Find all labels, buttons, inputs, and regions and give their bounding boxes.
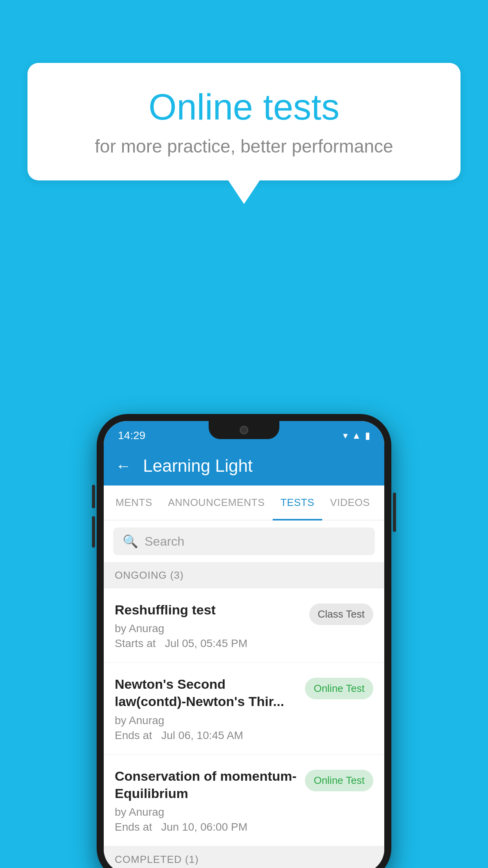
- search-input[interactable]: Search: [145, 534, 184, 549]
- test-item[interactable]: Newton's Second law(contd)-Newton's Thir…: [104, 663, 384, 754]
- test-time: Starts at Jul 05, 05:45 PM: [115, 637, 303, 650]
- back-button[interactable]: ←: [116, 457, 131, 475]
- test-time: Ends at Jul 06, 10:45 AM: [115, 729, 299, 742]
- test-time: Ends at Jun 10, 06:00 PM: [115, 821, 299, 833]
- app-header: ← Learning Light: [104, 446, 384, 485]
- test-info: Reshuffling test by Anurag Starts at Jul…: [115, 601, 303, 650]
- time-label: Ends at: [115, 729, 152, 741]
- phone-device: 14:29 ▾ ▲ ▮ ← Learning Light MENTS ANNOU…: [97, 414, 391, 868]
- front-camera: [240, 426, 248, 434]
- volume-up-button[interactable]: [92, 485, 95, 508]
- wifi-icon: ▾: [343, 430, 348, 441]
- bubble-arrow: [228, 180, 260, 204]
- time-value: Jul 05, 05:45 PM: [165, 637, 248, 649]
- test-badge-online: Online Test: [305, 678, 373, 699]
- test-badge-online-2: Online Test: [305, 770, 373, 791]
- status-time: 14:29: [118, 429, 145, 442]
- time-value: Jun 10, 06:00 PM: [161, 821, 247, 833]
- search-bar[interactable]: 🔍 Search: [113, 528, 375, 555]
- test-item[interactable]: Conservation of momentum-Equilibrium by …: [104, 755, 384, 846]
- test-info: Newton's Second law(contd)-Newton's Thir…: [115, 675, 299, 741]
- tab-ments[interactable]: MENTS: [108, 485, 160, 520]
- test-author: by Anurag: [115, 806, 299, 818]
- background: Online tests for more practice, better p…: [0, 0, 488, 868]
- tabs-bar: MENTS ANNOUNCEMENTS TESTS VIDEOS: [104, 485, 384, 520]
- time-label: Ends at: [115, 821, 152, 833]
- completed-section-label: COMPLETED (1): [104, 846, 384, 868]
- test-name: Conservation of momentum-Equilibrium: [115, 767, 299, 802]
- phone-screen: 14:29 ▾ ▲ ▮ ← Learning Light MENTS ANNOU…: [104, 421, 384, 868]
- test-author: by Anurag: [115, 622, 303, 635]
- test-item[interactable]: Reshuffling test by Anurag Starts at Jul…: [104, 588, 384, 663]
- power-button[interactable]: [393, 493, 396, 532]
- speech-bubble-container: Online tests for more practice, better p…: [28, 63, 460, 204]
- phone-outer: 14:29 ▾ ▲ ▮ ← Learning Light MENTS ANNOU…: [97, 414, 391, 868]
- signal-icon: ▲: [352, 430, 361, 441]
- search-container: 🔍 Search: [104, 520, 384, 562]
- time-value: Jul 06, 10:45 AM: [161, 729, 243, 741]
- search-icon: 🔍: [123, 534, 138, 549]
- tab-videos[interactable]: VIDEOS: [322, 485, 378, 520]
- test-name: Reshuffling test: [115, 601, 303, 618]
- bubble-title: Online tests: [59, 86, 429, 128]
- test-badge-class-test: Class Test: [309, 603, 373, 625]
- bubble-subtitle: for more practice, better performance: [59, 136, 429, 157]
- test-list: Reshuffling test by Anurag Starts at Jul…: [104, 588, 384, 846]
- status-icons: ▾ ▲ ▮: [343, 430, 370, 441]
- tab-tests[interactable]: TESTS: [273, 485, 322, 520]
- time-label: Starts at: [115, 637, 156, 649]
- ongoing-section-label: ONGOING (3): [104, 562, 384, 588]
- test-name: Newton's Second law(contd)-Newton's Thir…: [115, 675, 299, 710]
- app-title: Learning Light: [143, 456, 253, 476]
- volume-down-button[interactable]: [92, 516, 95, 548]
- phone-notch: [209, 421, 279, 439]
- test-author: by Anurag: [115, 714, 299, 727]
- test-info: Conservation of momentum-Equilibrium by …: [115, 767, 299, 833]
- tab-announcements[interactable]: ANNOUNCEMENTS: [160, 485, 273, 520]
- battery-icon: ▮: [365, 430, 370, 441]
- speech-bubble: Online tests for more practice, better p…: [28, 63, 460, 180]
